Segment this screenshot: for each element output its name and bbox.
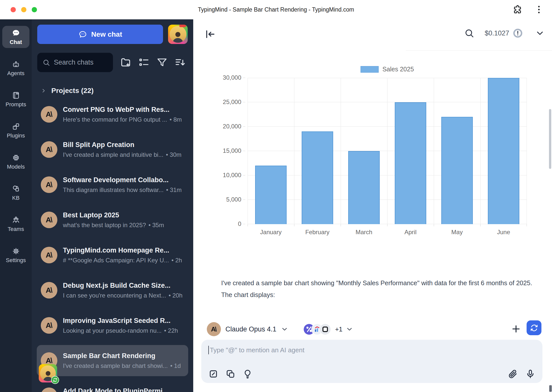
user-avatar[interactable] xyxy=(168,25,188,44)
account-avatar[interactable] xyxy=(39,364,57,382)
rail-item-kb[interactable]: KB xyxy=(2,182,29,204)
chat-list-item[interactable]: A\ Debug Next.js Build Cache Size... I c… xyxy=(37,275,188,306)
rail-item-agents[interactable]: Agents xyxy=(2,57,29,79)
chat-subtitle: I can see you're encountering a Next...•… xyxy=(63,292,184,299)
content-divider xyxy=(406,50,552,51)
legend-label: Sales 2025 xyxy=(382,66,414,73)
sort-icon[interactable] xyxy=(174,57,186,68)
y-tick-label: 0 xyxy=(238,220,241,227)
chat-title: Software Development Collabo... xyxy=(63,176,184,184)
models-icon xyxy=(12,154,20,162)
copy-icon[interactable] xyxy=(225,369,235,379)
regenerate-button[interactable] xyxy=(527,320,541,335)
filter-icon[interactable] xyxy=(156,57,168,68)
canvas-icon[interactable] xyxy=(208,369,218,379)
titlebar: TypingMind - Sample Bar Chart Rendering … xyxy=(0,0,552,19)
chat-list-item[interactable]: A\ Bill Split App Creation I've created … xyxy=(37,134,188,165)
y-tick-label: 25,000 xyxy=(223,99,241,106)
prompts-icon xyxy=(12,91,20,100)
collapse-sidebar-icon[interactable] xyxy=(204,28,216,40)
zoom-window-button[interactable] xyxy=(32,7,37,12)
assistant-avatar: A\ xyxy=(41,212,57,228)
rail-item-prompts[interactable]: Prompts xyxy=(2,88,29,110)
search-chats-input[interactable] xyxy=(54,59,108,66)
chat-texts: Bill Split App Creation I've created a s… xyxy=(63,141,184,158)
chat-list-item[interactable]: A\ Improving JavaScript Seeded R... Look… xyxy=(37,310,188,341)
browser-menu-icon[interactable] xyxy=(534,5,544,15)
gridline-x xyxy=(434,78,434,224)
rail-label: Teams xyxy=(8,226,24,232)
chat-title: Improving JavaScript Seeded R... xyxy=(63,317,184,325)
scrollbar-thumb[interactable] xyxy=(549,109,551,169)
list-icon[interactable] xyxy=(138,57,150,68)
search-chats-box[interactable] xyxy=(37,53,113,72)
model-name: Claude Opus 4.1 xyxy=(225,325,277,333)
rail-item-settings[interactable]: Settings xyxy=(2,244,29,266)
assistant-avatar: A\ xyxy=(41,247,57,263)
rail-item-models[interactable]: Models xyxy=(2,151,29,173)
bar-january xyxy=(255,166,287,224)
chat-texts: Debug Next.js Build Cache Size... I can … xyxy=(63,282,184,299)
extensions-icon[interactable] xyxy=(513,5,523,15)
chat-title: Bill Split App Creation xyxy=(63,141,184,149)
y-tick-label: 20,000 xyxy=(223,123,241,130)
chat-list-item[interactable]: A\ Convert PNG to WebP with Res... Here'… xyxy=(37,99,188,130)
plugins-selector[interactable]: +1 xyxy=(303,323,353,335)
chat-title: Sample Bar Chart Rendering xyxy=(63,352,184,360)
usage-cost-button[interactable]: $0.1027 xyxy=(485,28,523,38)
chat-title: Debug Next.js Build Cache Size... xyxy=(63,282,184,289)
bar-february xyxy=(302,131,333,224)
chat-subtitle: # **Google Ads Campaign: API Key U...• 2… xyxy=(63,257,184,264)
chat-list: A\ Convert PNG to WebP with Res... Here'… xyxy=(32,99,193,392)
y-tick xyxy=(243,78,245,78)
app-window: TypingMind - Sample Bar Chart Rendering … xyxy=(0,0,552,392)
new-chat-button[interactable]: New chat xyxy=(37,25,163,44)
chat-sidebar: New chat Projects (22) xyxy=(32,19,193,392)
microphone-icon[interactable] xyxy=(525,369,535,379)
chat-subtitle: I've created a simple and intuitive bi..… xyxy=(63,151,184,158)
model-selector[interactable]: A\ Claude Opus 4.1 xyxy=(207,322,288,336)
assistant-avatar: A\ xyxy=(41,176,57,193)
chat-list-item[interactable]: A\ Software Development Collabo... This … xyxy=(37,169,188,200)
rail-item-chat[interactable]: Chat xyxy=(2,26,29,48)
composer-input[interactable]: Type "@" to mention an AI agent xyxy=(208,346,535,354)
chat-list-item[interactable]: A\ Add Dark Mode to PluginPermi... xyxy=(37,380,188,392)
rail-item-teams[interactable]: Teams xyxy=(2,213,29,235)
message-composer[interactable]: Type "@" to mention an AI agent xyxy=(201,340,542,383)
model-avatar: A\ xyxy=(207,322,221,336)
chevron-down-icon[interactable] xyxy=(535,29,544,38)
rail-item-plugins[interactable]: Plugins xyxy=(2,119,29,141)
close-window-button[interactable] xyxy=(11,7,16,12)
folder-plus-icon[interactable] xyxy=(120,57,132,68)
y-tick-label: 30,000 xyxy=(223,74,241,81)
bar-june xyxy=(488,78,520,224)
chat-subtitle: Here's the command for PNG output ...• 8… xyxy=(63,116,184,123)
bar-chart-plot xyxy=(248,78,527,224)
rail-label: Chat xyxy=(10,39,22,45)
rail-label: Models xyxy=(7,164,25,170)
text-caret xyxy=(208,346,209,354)
x-tick-label-may: May xyxy=(451,229,463,236)
chart-x-axis: JanuaryFebruaryMarchAprilMayJune xyxy=(248,229,527,239)
rail-label: Settings xyxy=(6,257,26,264)
y-tick xyxy=(243,200,245,200)
y-tick xyxy=(243,175,245,175)
chat-list-item[interactable]: A\ Sample Bar Chart Rendering I've creat… xyxy=(37,345,188,376)
plugin-render-icon xyxy=(319,323,331,335)
y-tick xyxy=(243,224,245,224)
new-chat-label: New chat xyxy=(91,30,122,38)
gridline-x xyxy=(341,78,341,224)
x-tick xyxy=(248,224,248,226)
new-message-plus-icon[interactable] xyxy=(511,324,521,334)
minimize-window-button[interactable] xyxy=(21,7,26,12)
chat-list-item[interactable]: A\ TypingMind.com Homepage Re... # **Goo… xyxy=(37,239,188,271)
chat-list-item[interactable]: A\ Best Laptop 2025 what's the best lapt… xyxy=(37,204,188,235)
chat-texts: Add Dark Mode to PluginPermi... xyxy=(63,387,184,392)
chart-legend[interactable]: Sales 2025 xyxy=(248,66,527,73)
legend-swatch xyxy=(361,66,379,73)
projects-toggle[interactable]: Projects (22) xyxy=(41,87,188,95)
assistant-avatar: A\ xyxy=(41,106,57,123)
paperclip-icon[interactable] xyxy=(508,369,518,379)
lightbulb-icon[interactable] xyxy=(243,369,253,379)
search-conversation-icon[interactable] xyxy=(464,28,475,38)
